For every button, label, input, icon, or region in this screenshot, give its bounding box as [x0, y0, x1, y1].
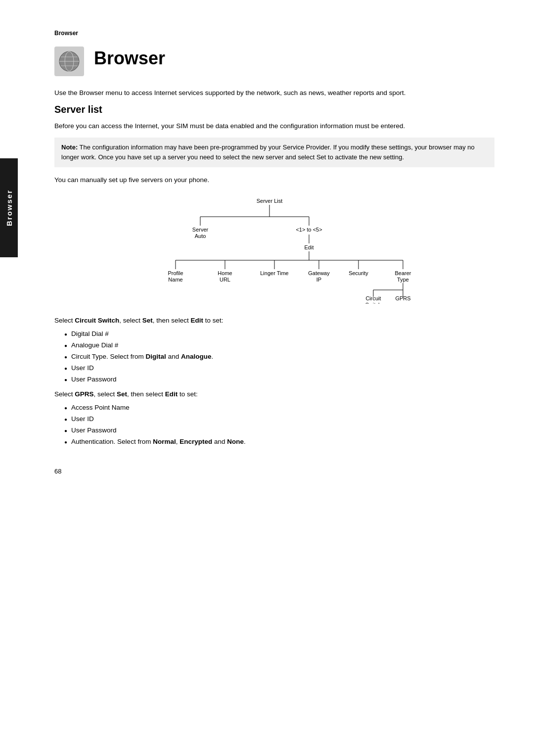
circuit-switch-list: Digital Dial # Analogue Dial # Circuit T…	[64, 329, 494, 385]
svg-text:Switch: Switch	[365, 302, 381, 304]
manual-note: You can manually set up five servers on …	[54, 175, 494, 185]
breadcrumb-text: Browser	[54, 30, 78, 37]
browser-icon	[54, 47, 84, 76]
gprs-intro: Select GPRS, select Set, then select Edi…	[54, 389, 494, 399]
svg-text:GPRS: GPRS	[395, 295, 410, 301]
svg-text:Type: Type	[397, 277, 409, 283]
list-item: Circuit Type. Select from Digital and An…	[64, 351, 494, 363]
svg-text:IP: IP	[316, 277, 321, 283]
svg-text:<1> to <5>: <1> to <5>	[296, 227, 322, 233]
svg-text:Profile: Profile	[168, 270, 183, 276]
svg-text:Server: Server	[192, 227, 209, 233]
svg-text:Auto: Auto	[195, 233, 206, 239]
list-item: Access Point Name	[64, 402, 494, 414]
list-item: User Password	[64, 374, 494, 385]
circuit-switch-intro: Select Circuit Switch, select Set, then …	[54, 316, 494, 326]
note-label: Note:	[61, 143, 78, 151]
list-item: Digital Dial #	[64, 329, 494, 340]
gprs-list: Access Point Name User ID User Password …	[64, 402, 494, 448]
svg-text:Security: Security	[349, 270, 368, 276]
svg-text:Name: Name	[168, 277, 182, 283]
svg-text:Home: Home	[218, 270, 232, 276]
breadcrumb: Browser	[54, 30, 494, 37]
svg-text:Circuit: Circuit	[365, 295, 381, 301]
header-description: Use the Browser menu to access Internet …	[54, 88, 494, 98]
list-item: Authentication. Select from Normal, Encr…	[64, 436, 494, 448]
svg-text:Bearer: Bearer	[395, 270, 411, 276]
sidebar-tab: Browser	[0, 158, 18, 257]
svg-text:Server List: Server List	[257, 198, 283, 204]
section-server-list-title: Server list	[54, 104, 494, 115]
note-text: The configuration information may have b…	[61, 143, 475, 161]
note-box: Note: The configuration information may …	[54, 138, 494, 167]
svg-text:URL: URL	[220, 277, 230, 283]
sidebar-label: Browser	[5, 189, 13, 226]
list-item: User ID	[64, 414, 494, 425]
page-header: Browser	[54, 47, 494, 76]
server-list-diagram: Server List Server Auto <1> to <5> Edit …	[54, 195, 494, 304]
list-item: User Password	[64, 425, 494, 436]
page-title: Browser	[94, 47, 165, 68]
page-number: 68	[54, 468, 494, 475]
list-item: Analogue Dial #	[64, 340, 494, 351]
svg-text:Gateway: Gateway	[308, 270, 330, 276]
svg-text:Edit: Edit	[305, 244, 314, 250]
list-item: User ID	[64, 363, 494, 374]
server-list-intro: Before you can access the Internet, your…	[54, 121, 494, 131]
svg-text:Linger Time: Linger Time	[260, 270, 288, 276]
